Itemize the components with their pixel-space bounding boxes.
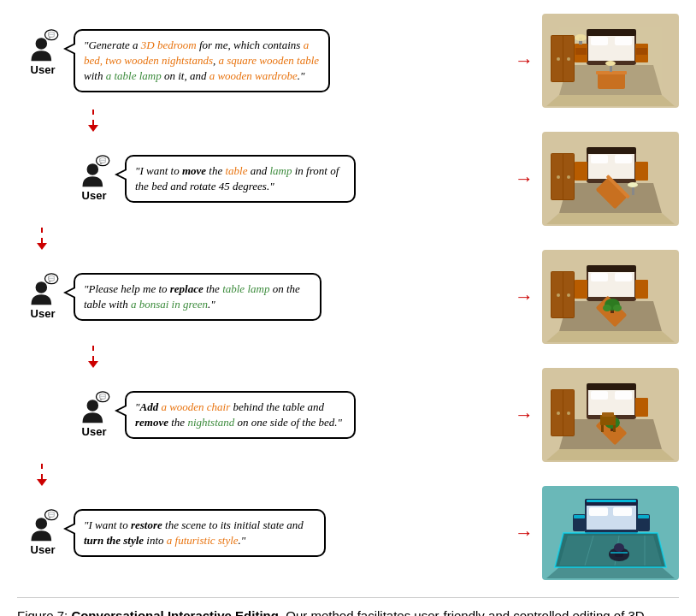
svg-rect-91 <box>613 425 616 432</box>
svg-marker-29 <box>546 213 675 224</box>
svg-point-94 <box>36 518 48 530</box>
speech-bubble-4: "Add a wooden chair behind the table and… <box>125 391 356 439</box>
scene-5 <box>542 486 679 580</box>
user-block-4: 💬 User <box>68 391 120 438</box>
svg-rect-84 <box>635 398 648 417</box>
bubble-wrap-4: "Add a wooden chair behind the table and… <box>125 391 506 439</box>
svg-rect-13 <box>591 37 608 45</box>
v-connector-4 <box>17 464 679 486</box>
scene-1 <box>542 14 679 108</box>
svg-text:💬: 💬 <box>99 393 107 400</box>
scene-svg-5 <box>542 486 679 580</box>
svg-point-35 <box>567 175 570 179</box>
svg-point-2 <box>36 38 48 50</box>
right-side-4: → <box>510 368 679 462</box>
svg-point-25 <box>605 61 616 66</box>
svg-point-34 <box>557 175 560 179</box>
arrow-right-5: → <box>515 522 534 544</box>
speech-bubble-2: "I want to move the table and lamp in fr… <box>125 155 356 203</box>
svg-rect-63 <box>635 280 648 299</box>
user-label-4: User <box>82 425 107 438</box>
svg-rect-82 <box>615 391 632 400</box>
svg-point-78 <box>567 412 570 415</box>
right-side-5: → <box>510 486 679 580</box>
svg-point-46 <box>628 182 638 187</box>
user-block-3: 💬 User <box>17 273 68 320</box>
svg-rect-40 <box>587 147 636 154</box>
svg-marker-72 <box>546 449 675 460</box>
interaction-row-1: 💬 User "Generate a 3D bedroom for me, wh… <box>17 14 679 108</box>
user-block-1: 💬 User <box>17 29 68 76</box>
v-arrow-3 <box>88 361 98 368</box>
scene-3 <box>542 250 679 344</box>
svg-rect-60 <box>615 273 632 281</box>
bubble-wrap-3: "Please help me to replace the table lam… <box>74 273 506 321</box>
v-dash-3 <box>92 346 94 361</box>
svg-rect-14 <box>615 37 632 45</box>
left-side-4: 💬 User "Add a wooden chair behind the ta… <box>68 391 506 439</box>
interaction-row-4: 💬 User "Add a wooden chair behind the ta… <box>17 368 679 462</box>
svg-rect-89 <box>602 412 614 417</box>
caption-title: Conversational Interactive Editing. <box>71 608 282 616</box>
svg-point-68 <box>613 305 622 311</box>
v-arrow-1 <box>88 125 98 132</box>
scene-svg-3 <box>542 250 679 344</box>
interaction-row-2: 💬 User "I want to move the table and lam… <box>17 132 679 226</box>
user-icon-4: 💬 <box>78 391 110 424</box>
svg-rect-38 <box>591 155 608 163</box>
svg-text:💬: 💬 <box>48 31 56 38</box>
arrow-right-2: → <box>515 168 534 190</box>
svg-point-55 <box>557 293 560 297</box>
svg-text:💬: 💬 <box>48 511 56 518</box>
user-block-2: 💬 User <box>68 155 120 202</box>
caption: Figure 7: Conversational Interactive Edi… <box>17 597 679 616</box>
v-dash-2 <box>41 228 43 243</box>
user-icon-3: 💬 <box>27 273 59 305</box>
v-dash-1 <box>92 110 94 125</box>
svg-point-21 <box>575 34 587 41</box>
svg-rect-103 <box>589 507 608 516</box>
scene-svg-1 <box>542 14 679 108</box>
v-arrow-2 <box>37 243 47 250</box>
svg-point-77 <box>557 412 560 415</box>
svg-marker-97 <box>559 536 662 566</box>
arrow-right-3: → <box>515 286 534 308</box>
right-side-1: → <box>510 14 679 108</box>
right-side-2: → <box>510 132 679 226</box>
interaction-row-3: 💬 User "Please help me to replace the ta… <box>17 250 679 344</box>
svg-text:💬: 💬 <box>48 275 56 282</box>
user-icon-1: 💬 <box>27 29 59 62</box>
interaction-row-5: 💬 User "I want to restore the scene to i… <box>17 486 679 580</box>
user-label-1: User <box>31 63 56 76</box>
v-connector-1 <box>17 110 679 132</box>
left-side-1: 💬 User "Generate a 3D bedroom for me, wh… <box>17 29 506 93</box>
svg-rect-17 <box>575 48 587 55</box>
svg-marker-50 <box>546 331 675 342</box>
left-side-5: 💬 User "I want to restore the scene to i… <box>17 509 506 557</box>
svg-point-67 <box>603 305 611 311</box>
svg-point-56 <box>567 293 570 297</box>
svg-marker-3 <box>546 95 675 106</box>
scene-svg-2 <box>542 132 679 226</box>
arrow-right-1: → <box>515 50 534 72</box>
svg-point-10 <box>567 57 570 61</box>
svg-rect-42 <box>635 162 648 181</box>
svg-point-28 <box>87 163 99 175</box>
caption-prefix: Figure 7: <box>17 608 71 616</box>
svg-rect-83 <box>587 383 636 390</box>
user-label-3: User <box>31 307 56 320</box>
user-label-5: User <box>31 543 56 556</box>
svg-rect-81 <box>591 391 608 400</box>
svg-rect-106 <box>587 500 636 502</box>
scene-2 <box>542 132 679 226</box>
scene-svg-4 <box>542 368 679 462</box>
svg-rect-39 <box>615 155 632 163</box>
right-side-3: → <box>510 250 679 344</box>
v-dash-4 <box>41 464 43 479</box>
speech-bubble-3: "Please help me to replace the table lam… <box>74 273 321 321</box>
svg-rect-61 <box>587 265 636 272</box>
svg-rect-108 <box>574 515 585 518</box>
svg-rect-59 <box>591 273 608 281</box>
v-arrow-4 <box>37 479 47 486</box>
user-icon-5: 💬 <box>27 509 59 542</box>
